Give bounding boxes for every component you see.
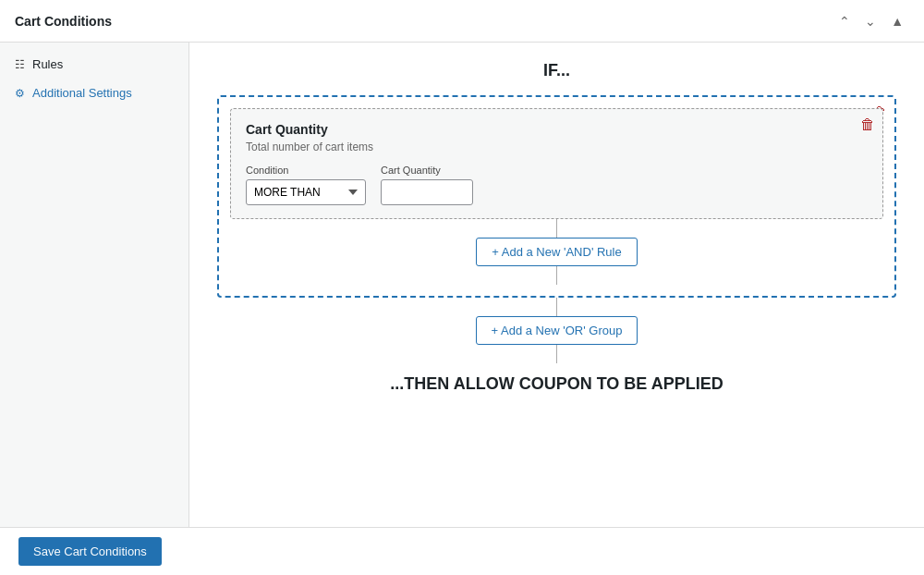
cart-quantity-input[interactable] — [381, 179, 473, 205]
sidebar-settings-label: Additional Settings — [32, 86, 132, 100]
then-label: ...THEN ALLOW COUPON TO BE APPLIED — [390, 374, 723, 394]
sidebar-rules-label: Rules — [32, 57, 63, 71]
add-and-rule-button[interactable]: + Add a New 'AND' Rule — [476, 238, 637, 266]
sidebar-item-rules[interactable]: ☷ Rules — [0, 50, 188, 79]
page-title: Cart Conditions — [15, 14, 112, 29]
sidebar-item-additional-settings[interactable]: ⚙ Additional Settings — [0, 79, 188, 107]
group-container: 🗑 🗑 Cart Quantity Total number of cart i… — [217, 95, 896, 298]
condition-label: Condition — [246, 165, 366, 176]
cart-quantity-field-group: Cart Quantity — [381, 165, 473, 205]
add-and-rule-label: + Add a New 'AND' Rule — [492, 245, 621, 259]
cart-quantity-label: Cart Quantity — [381, 165, 473, 176]
content-area: IF... 🗑 🗑 Cart Quantity Total number of … — [189, 43, 924, 527]
collapse-up-button[interactable]: ⌃ — [833, 12, 856, 31]
rule-subtitle: Total number of cart items — [246, 141, 868, 153]
condition-field-group: Condition MORE THAN LESS THAN EQUAL TO A… — [246, 165, 366, 205]
rule-delete-button[interactable]: 🗑 — [860, 116, 875, 133]
and-connector-top — [230, 219, 883, 238]
or-connector-bottom — [556, 345, 557, 363]
and-connector-bottom — [230, 266, 883, 285]
collapse-down-button[interactable]: ⌄ — [859, 12, 881, 31]
or-connector-top — [556, 298, 557, 316]
if-label: IF... — [543, 61, 570, 80]
funnel-icon: ☷ — [15, 58, 25, 71]
title-bar: Cart Conditions ⌃ ⌄ ▲ — [0, 0, 924, 43]
condition-select[interactable]: MORE THAN LESS THAN EQUAL TO AT LEAST AT… — [246, 179, 366, 205]
app-container: Cart Conditions ⌃ ⌄ ▲ ☷ Rules ⚙ Addition… — [0, 0, 924, 575]
add-or-group-button[interactable]: + Add a New 'OR' Group — [476, 316, 638, 345]
title-bar-controls: ⌃ ⌄ ▲ — [833, 12, 909, 31]
add-and-rule-wrapper: + Add a New 'AND' Rule — [230, 238, 883, 266]
or-group-section: + Add a New 'OR' Group — [217, 298, 896, 363]
rule-card: 🗑 Cart Quantity Total number of cart ite… — [230, 108, 883, 219]
rule-title: Cart Quantity — [246, 122, 868, 137]
footer-bar: Save Cart Conditions — [0, 527, 924, 575]
gear-icon: ⚙ — [15, 87, 25, 100]
main-layout: ☷ Rules ⚙ Additional Settings IF... 🗑 🗑 … — [0, 43, 924, 527]
sidebar: ☷ Rules ⚙ Additional Settings — [0, 43, 189, 527]
add-or-group-label: + Add a New 'OR' Group — [492, 324, 623, 337]
expand-button[interactable]: ▲ — [885, 12, 909, 31]
save-cart-conditions-button[interactable]: Save Cart Conditions — [18, 537, 162, 566]
rule-fields: Condition MORE THAN LESS THAN EQUAL TO A… — [246, 165, 868, 205]
